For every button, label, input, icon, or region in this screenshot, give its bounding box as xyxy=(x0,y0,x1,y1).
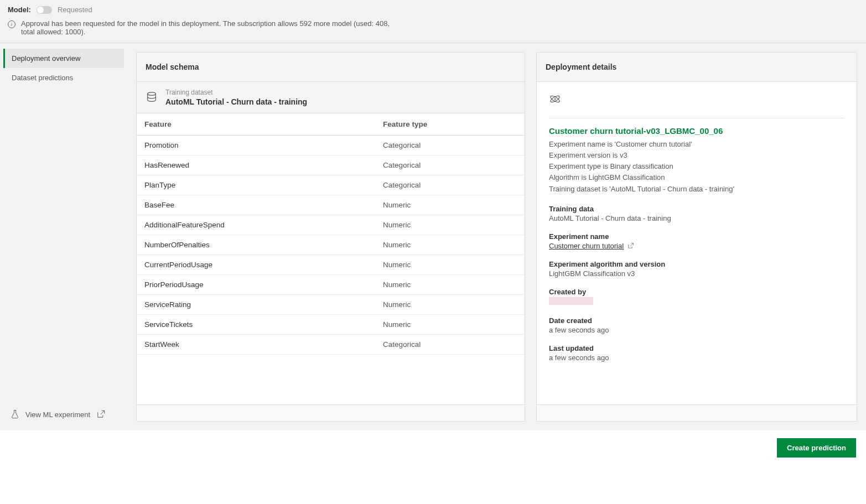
sidebar-item-label: Deployment overview xyxy=(12,54,80,63)
model-label: Model: xyxy=(8,6,31,14)
content-area: Model schema Training dataset AutoML Tut… xyxy=(127,43,866,430)
type-cell: Numeric xyxy=(375,315,525,335)
table-row[interactable]: CurrentPeriodUsageNumeric xyxy=(137,255,525,275)
feature-cell: NumberOfPenalties xyxy=(137,235,375,255)
detail-line: Training dataset is 'AutoML Tutorial - C… xyxy=(549,184,844,195)
algo-label: Experiment algorithm and version xyxy=(549,260,844,268)
table-row[interactable]: NumberOfPenaltiesNumeric xyxy=(137,235,525,255)
experiment-name-link[interactable]: Customer churn tutorial xyxy=(549,242,624,250)
date-created-value: a few seconds ago xyxy=(549,326,844,334)
details-footer xyxy=(537,404,857,421)
training-dataset-header: Training dataset AutoML Tutorial - Churn… xyxy=(137,82,525,113)
last-updated-value: a few seconds ago xyxy=(549,354,844,362)
training-data-label: Training data xyxy=(549,205,844,213)
training-dataset-label: Training dataset xyxy=(165,89,307,96)
type-cell: Categorical xyxy=(375,335,525,355)
type-cell: Numeric xyxy=(375,275,525,295)
table-row[interactable]: BaseFeeNumeric xyxy=(137,195,525,215)
view-ml-experiment-label: View ML experiment xyxy=(25,411,90,419)
type-cell: Numeric xyxy=(375,195,525,215)
table-row[interactable]: StartWeekCategorical xyxy=(137,335,525,355)
created-by-value xyxy=(549,297,593,305)
feature-cell: PlanType xyxy=(137,175,375,195)
table-row[interactable]: ServiceTicketsNumeric xyxy=(137,315,525,335)
external-link-icon xyxy=(627,242,634,250)
table-row[interactable]: AdditionalFeatureSpendNumeric xyxy=(137,215,525,235)
deployment-details-title: Deployment details xyxy=(537,53,857,82)
feature-cell: ServiceTickets xyxy=(137,315,375,335)
feature-cell: PriorPeriodUsage xyxy=(137,275,375,295)
sidebar-item-dataset-predictions[interactable]: Dataset predictions xyxy=(3,68,124,87)
view-ml-experiment-link[interactable]: View ML experiment xyxy=(3,404,124,425)
type-cell: Numeric xyxy=(375,255,525,275)
last-updated-label: Last updated xyxy=(549,344,844,352)
feature-cell: HasRenewed xyxy=(137,155,375,175)
table-row[interactable]: PromotionCategorical xyxy=(137,136,525,155)
svg-point-0 xyxy=(148,92,156,96)
sidebar: Deployment overview Dataset predictions … xyxy=(0,43,127,430)
model-toggle[interactable] xyxy=(37,6,52,14)
model-schema-panel: Model schema Training dataset AutoML Tut… xyxy=(136,52,525,422)
date-created-label: Date created xyxy=(549,316,844,325)
bottom-bar: Create prediction xyxy=(0,430,866,465)
atom-icon xyxy=(549,93,561,105)
main-area: Deployment overview Dataset predictions … xyxy=(0,43,866,430)
create-prediction-button[interactable]: Create prediction xyxy=(777,438,856,458)
table-row[interactable]: PriorPeriodUsageNumeric xyxy=(137,275,525,295)
experiment-name-label: Experiment name xyxy=(549,232,844,241)
info-icon: i xyxy=(8,20,15,28)
model-status: Requested xyxy=(58,6,92,14)
feature-cell: BaseFee xyxy=(137,195,375,215)
type-cell: Numeric xyxy=(375,295,525,315)
col-feature: Feature xyxy=(137,113,375,136)
model-name: Customer churn tutorial-v03_LGBMC_00_06 xyxy=(549,118,844,136)
sidebar-item-label: Dataset predictions xyxy=(12,74,73,82)
feature-cell: CurrentPeriodUsage xyxy=(137,255,375,275)
database-icon xyxy=(146,91,158,103)
training-dataset-name: AutoML Tutorial - Churn data - training xyxy=(165,97,307,106)
type-cell: Categorical xyxy=(375,175,525,195)
detail-line: Experiment type is Binary classification xyxy=(549,161,844,172)
algo-value: LightGBM Classification v3 xyxy=(549,269,844,278)
svg-point-1 xyxy=(554,98,556,100)
approval-notice: Approval has been requested for the mode… xyxy=(21,19,395,36)
detail-line: Experiment name is 'Customer churn tutor… xyxy=(549,139,844,150)
type-cell: Categorical xyxy=(375,136,525,155)
external-link-icon xyxy=(96,409,106,419)
sidebar-item-deployment-overview[interactable]: Deployment overview xyxy=(3,49,124,68)
feature-cell: ServiceRating xyxy=(137,295,375,315)
col-type: Feature type xyxy=(375,113,525,136)
schema-table: Feature Feature type PromotionCategorica… xyxy=(137,113,525,355)
type-cell: Numeric xyxy=(375,235,525,255)
type-cell: Categorical xyxy=(375,155,525,175)
type-cell: Numeric xyxy=(375,215,525,235)
detail-line: Algorithm is LightGBM Classification xyxy=(549,172,844,183)
feature-cell: Promotion xyxy=(137,136,375,155)
model-schema-title: Model schema xyxy=(137,53,525,82)
schema-footer xyxy=(137,404,525,421)
table-row[interactable]: PlanTypeCategorical xyxy=(137,175,525,195)
table-row[interactable]: HasRenewedCategorical xyxy=(137,155,525,175)
detail-lines: Experiment name is 'Customer churn tutor… xyxy=(549,139,844,195)
feature-cell: AdditionalFeatureSpend xyxy=(137,215,375,235)
created-by-label: Created by xyxy=(549,288,844,296)
flask-icon xyxy=(10,409,20,419)
training-data-value: AutoML Tutorial - Churn data - training xyxy=(549,214,844,222)
detail-line: Experiment version is v3 xyxy=(549,150,844,161)
feature-cell: StartWeek xyxy=(137,335,375,355)
top-bar: Model: Requested i Approval has been req… xyxy=(0,0,866,43)
deployment-details-panel: Deployment details Customer churn tutori… xyxy=(536,52,857,422)
table-row[interactable]: ServiceRatingNumeric xyxy=(137,295,525,315)
